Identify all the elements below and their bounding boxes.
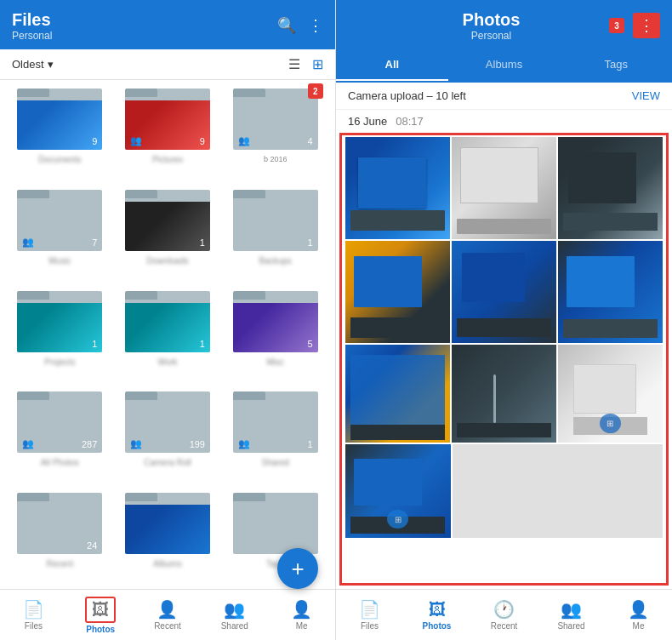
folder-item[interactable]: 1 Downloads: [117, 190, 219, 283]
right-header-icons: 3 ⋮: [609, 13, 660, 38]
photo-cell-empty: [453, 444, 663, 538]
sort-label: Oldest: [12, 58, 44, 71]
tab-tags[interactable]: Tags: [560, 49, 672, 81]
photo-row-2: [345, 241, 663, 343]
upload-text: Camera upload – 10 left: [348, 89, 466, 102]
photo-row-3: ⊞: [345, 345, 663, 443]
folder-item[interactable]: 1 Projects: [9, 291, 111, 384]
grid-view-icon[interactable]: ⊞: [312, 56, 323, 72]
right-nav-shared-label: Shared: [557, 621, 584, 631]
photo-cell[interactable]: [345, 137, 450, 239]
folder-item[interactable]: 👥 7 Music: [9, 190, 111, 283]
photo-cell-wide[interactable]: ⊞: [345, 444, 451, 538]
left-nav-photos-label: Photos: [86, 625, 115, 634]
left-header: Files Personal 🔍 ⋮: [0, 0, 335, 49]
right-photos-icon: 🖼: [429, 600, 446, 620]
right-nav-me[interactable]: 👤 Me: [613, 599, 664, 631]
photo-cell[interactable]: [452, 345, 556, 443]
left-panel: Files Personal 🔍 ⋮ Oldest ▾ ☰ ⊞ 9 Docum: [0, 0, 336, 640]
right-nav-shared[interactable]: 👥 Shared: [546, 599, 597, 631]
photo-cell[interactable]: [345, 241, 450, 343]
left-nav-photos[interactable]: 🖼 Photos: [75, 597, 126, 634]
time-text: 08:17: [396, 115, 424, 128]
more-options-button[interactable]: ⋮: [308, 16, 323, 35]
sort-arrow-icon: ▾: [48, 58, 54, 71]
right-nav-recent-label: Recent: [491, 621, 518, 631]
date-text: 16 June: [348, 115, 387, 128]
left-nav-recent[interactable]: 👤 Recent: [142, 599, 193, 631]
folder-item[interactable]: 9 Documents: [9, 89, 111, 181]
files-icon: 📄: [23, 599, 44, 620]
right-bottom-nav: 📄 Files 🖼 Photos 🕐 Recent 👥 Shared 👤 Me: [336, 589, 672, 640]
fab-plus-icon: +: [291, 556, 304, 582]
right-nav-files-label: Files: [361, 621, 379, 631]
tab-all[interactable]: All: [336, 49, 448, 81]
shared-icon: 👥: [224, 599, 245, 620]
folder-item[interactable]: 5 Misc: [224, 291, 327, 384]
me-icon: 👤: [291, 599, 312, 620]
right-nav-me-label: Me: [633, 621, 645, 631]
badge-2: 2: [308, 83, 323, 99]
tab-all-label: All: [385, 58, 400, 71]
folder-item[interactable]: 👥 199 Camera Roll: [117, 391, 219, 484]
right-shared-icon: 👥: [561, 599, 582, 620]
upload-bar: Camera upload – 10 left VIEW: [336, 83, 672, 110]
photo-row-4: ⊞: [345, 444, 663, 538]
left-header-icons: 🔍 ⋮: [277, 16, 323, 35]
tab-albums[interactable]: Albums: [448, 49, 561, 81]
left-toolbar: Oldest ▾ ☰ ⊞: [0, 49, 335, 80]
folder-item[interactable]: Albums: [117, 493, 219, 586]
folder-item[interactable]: 24 Recent: [9, 493, 111, 586]
left-bottom-nav: 📄 Files 🖼 Photos 👤 Recent 👥 Shared 👤 Me: [0, 589, 335, 640]
date-header: 16 June 08:17: [336, 110, 672, 133]
photo-cell[interactable]: [558, 241, 663, 343]
folder-item[interactable]: 1 Backups: [224, 190, 327, 283]
folder-item[interactable]: 👥 287 All Photos: [9, 391, 111, 484]
more-options-button-right[interactable]: ⋮: [633, 13, 660, 38]
folder-item[interactable]: 1 Work: [117, 291, 219, 384]
right-app-title-group: Photos Personal: [463, 10, 521, 42]
left-nav-shared[interactable]: 👥 Shared: [209, 599, 260, 631]
left-nav-recent-label: Recent: [154, 621, 181, 631]
badge-3: 3: [609, 18, 624, 33]
left-nav-me[interactable]: 👤 Me: [276, 599, 327, 631]
right-tabs: All Albums Tags: [336, 49, 672, 83]
left-nav-me-label: Me: [296, 621, 308, 631]
photo-cell[interactable]: [452, 241, 556, 343]
left-nav-shared-label: Shared: [221, 621, 248, 631]
photos-icon: 🖼: [92, 600, 109, 619]
right-nav-recent[interactable]: 🕐 Recent: [479, 599, 530, 631]
right-recent-icon: 🕐: [493, 599, 515, 620]
toolbar-right: ☰ ⊞: [288, 56, 323, 72]
folder-item[interactable]: 9 👥 Pictures: [117, 89, 219, 181]
list-view-icon[interactable]: ☰: [288, 56, 300, 72]
left-app-title: Files: [12, 10, 52, 30]
search-button[interactable]: 🔍: [277, 16, 296, 35]
right-nav-photos-label: Photos: [423, 621, 452, 631]
photo-cell[interactable]: ⊞: [558, 345, 663, 443]
left-app-subtitle: Personal: [12, 30, 52, 42]
folder-item[interactable]: 👥 1 Shared: [224, 391, 327, 484]
files-grid: 9 Documents 9 👥 Pictures 4 👥 2: [0, 80, 335, 589]
right-files-icon: 📄: [359, 599, 380, 620]
recent-icon: 👤: [157, 599, 178, 620]
left-app-title-group: Files Personal: [12, 10, 52, 42]
fab-add-button[interactable]: +: [277, 548, 318, 589]
right-header: Photos Personal 3 ⋮: [336, 0, 672, 49]
photo-grid-container: ⊞ ⊞: [339, 133, 669, 586]
photo-cell[interactable]: [558, 137, 663, 239]
right-panel: Photos Personal 3 ⋮ All Albums Tags Came…: [336, 0, 672, 640]
photo-row-1: [345, 137, 663, 239]
photo-cell[interactable]: [452, 137, 556, 239]
view-link[interactable]: VIEW: [632, 89, 660, 102]
left-nav-files-label: Files: [25, 621, 43, 631]
right-me-icon: 👤: [628, 599, 649, 620]
tab-albums-label: Albums: [486, 58, 522, 71]
right-nav-photos[interactable]: 🖼 Photos: [412, 600, 463, 631]
right-app-subtitle: Personal: [471, 30, 511, 42]
folder-item[interactable]: 4 👥 2 b 2016: [224, 89, 327, 181]
left-nav-files[interactable]: 📄 Files: [8, 599, 59, 631]
photo-cell[interactable]: [345, 345, 450, 443]
sort-button[interactable]: Oldest ▾: [12, 58, 54, 71]
right-nav-files[interactable]: 📄 Files: [345, 599, 396, 631]
